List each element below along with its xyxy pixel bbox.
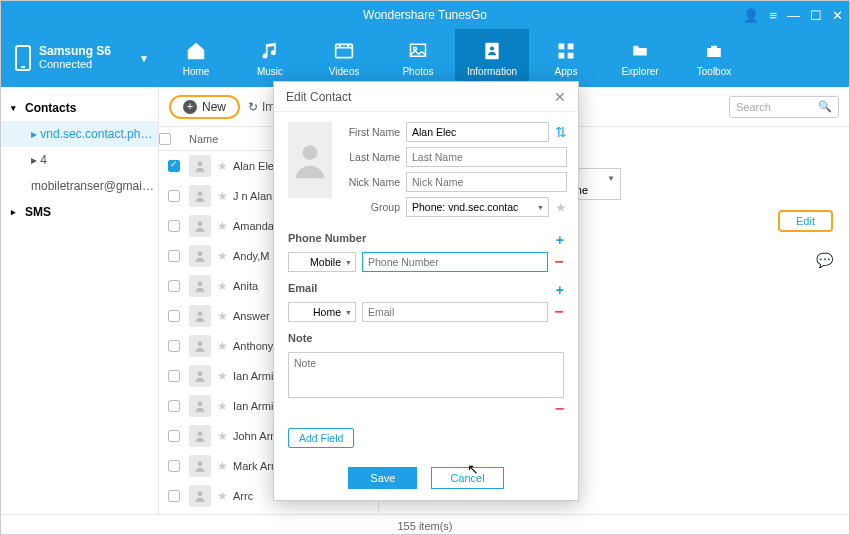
star-icon[interactable]: ★ <box>217 249 228 263</box>
toolbox-icon <box>701 40 727 62</box>
remove-email-icon[interactable]: − <box>554 303 564 321</box>
star-icon[interactable]: ★ <box>217 459 228 473</box>
svg-rect-7 <box>559 52 565 58</box>
avatar-icon <box>189 275 211 297</box>
star-icon[interactable]: ★ <box>217 369 228 383</box>
chevron-right-icon: ▸ <box>11 207 19 217</box>
note-field[interactable] <box>288 352 564 398</box>
nav-apps[interactable]: Apps <box>529 29 603 87</box>
avatar-icon <box>189 395 211 417</box>
group-field[interactable]: Phone: vnd.sec.contac <box>406 197 549 217</box>
svg-rect-0 <box>336 44 353 57</box>
nav-photos[interactable]: Photos <box>381 29 455 87</box>
row-checkbox[interactable] <box>168 340 180 352</box>
email-type-select[interactable]: Home <box>288 302 356 322</box>
sidebar-account-0[interactable]: ▸ vnd.sec.contact.phone <box>1 121 158 147</box>
add-field-button[interactable]: Add Field <box>288 428 354 448</box>
nav-videos[interactable]: Videos <box>307 29 381 87</box>
sidebar-sms[interactable]: ▸SMS <box>1 199 158 225</box>
sidebar-contacts[interactable]: ▾Contacts <box>1 95 158 121</box>
svg-point-13 <box>198 251 203 256</box>
header: Samsung S6 Connected ▼ Home Music Videos… <box>1 29 849 87</box>
row-checkbox[interactable] <box>168 250 180 262</box>
nick-name-field[interactable] <box>406 172 567 192</box>
svg-point-10 <box>198 161 203 166</box>
avatar-placeholder[interactable] <box>288 122 332 198</box>
avatar-icon <box>189 425 211 447</box>
row-checkbox[interactable] <box>168 220 180 232</box>
window-controls: 👤 ≡ — ☐ ✕ <box>743 1 843 29</box>
new-button[interactable]: +New <box>169 95 240 119</box>
maximize-icon[interactable]: ☐ <box>810 8 822 23</box>
row-checkbox[interactable] <box>168 310 180 322</box>
row-checkbox[interactable] <box>168 400 180 412</box>
nav-toolbox[interactable]: Toolbox <box>677 29 751 87</box>
device-name: Samsung S6 <box>39 45 111 58</box>
search-input[interactable]: Search🔍 <box>729 96 839 118</box>
sidebar-account-1[interactable]: ▸ 4 <box>1 147 158 173</box>
swap-icon[interactable]: ⇅ <box>555 124 567 140</box>
contacts-icon <box>479 40 505 62</box>
table-row[interactable]: ★Peter Bar <box>159 511 378 514</box>
row-checkbox[interactable] <box>168 430 180 442</box>
svg-point-14 <box>198 281 203 286</box>
svg-point-19 <box>198 431 203 436</box>
status-bar: 155 item(s) <box>1 514 849 535</box>
edit-button[interactable]: Edit <box>778 210 833 232</box>
home-icon <box>183 40 209 62</box>
svg-point-24 <box>303 145 318 160</box>
svg-rect-8 <box>568 52 574 58</box>
email-field[interactable] <box>362 302 548 322</box>
star-icon[interactable]: ★ <box>217 219 228 233</box>
nav-information[interactable]: Information <box>455 29 529 87</box>
nav-home[interactable]: Home <box>159 29 233 87</box>
phone-type-select[interactable]: Mobile <box>288 252 356 272</box>
svg-point-20 <box>198 461 203 466</box>
row-checkbox[interactable] <box>168 160 180 172</box>
remove-note-icon[interactable]: − <box>555 400 564 417</box>
star-icon[interactable]: ★ <box>217 309 228 323</box>
sidebar-account-2[interactable]: mobiletranser@gmail.c... <box>1 173 158 199</box>
star-icon[interactable]: ★ <box>217 399 228 413</box>
add-email-icon[interactable]: + <box>556 282 564 298</box>
save-button[interactable]: Save <box>348 467 417 489</box>
nav-music[interactable]: Music <box>233 29 307 87</box>
star-icon[interactable]: ★ <box>555 200 567 215</box>
menu-icon[interactable]: ≡ <box>769 8 777 23</box>
row-checkbox[interactable] <box>168 460 180 472</box>
minimize-icon[interactable]: — <box>787 8 800 23</box>
avatar-icon <box>189 335 211 357</box>
row-checkbox[interactable] <box>168 370 180 382</box>
row-name: Anita <box>233 280 258 292</box>
select-all-checkbox[interactable] <box>159 133 171 145</box>
music-icon <box>257 40 283 62</box>
row-checkbox[interactable] <box>168 490 180 502</box>
star-icon[interactable]: ★ <box>217 159 228 173</box>
add-phone-icon[interactable]: + <box>556 232 564 248</box>
titlebar: Wondershare TunesGo 👤 ≡ — ☐ ✕ <box>1 1 849 29</box>
user-icon[interactable]: 👤 <box>743 8 759 23</box>
folder-icon <box>627 40 653 62</box>
star-icon[interactable]: ★ <box>217 189 228 203</box>
avatar-icon <box>189 215 211 237</box>
nav-explorer[interactable]: Explorer <box>603 29 677 87</box>
svg-point-16 <box>198 341 203 346</box>
last-name-field[interactable] <box>406 147 567 167</box>
phone-field[interactable] <box>362 252 548 272</box>
star-icon[interactable]: ★ <box>217 279 228 293</box>
device-selector[interactable]: Samsung S6 Connected ▼ <box>1 45 159 71</box>
avatar-icon <box>189 305 211 327</box>
remove-phone-icon[interactable]: − <box>554 253 564 271</box>
message-icon[interactable]: 💬 <box>816 252 833 268</box>
main-nav: Home Music Videos Photos Information App… <box>159 29 849 87</box>
row-checkbox[interactable] <box>168 280 180 292</box>
close-icon[interactable]: ✕ <box>832 8 843 23</box>
row-checkbox[interactable] <box>168 190 180 202</box>
star-icon[interactable]: ★ <box>217 339 228 353</box>
close-icon[interactable]: ✕ <box>554 89 566 105</box>
star-icon[interactable]: ★ <box>217 489 228 503</box>
cancel-button[interactable]: Cancel <box>431 467 503 489</box>
first-name-field[interactable] <box>406 122 549 142</box>
star-icon[interactable]: ★ <box>217 429 228 443</box>
import-button[interactable]: ↻ Im <box>248 100 275 114</box>
